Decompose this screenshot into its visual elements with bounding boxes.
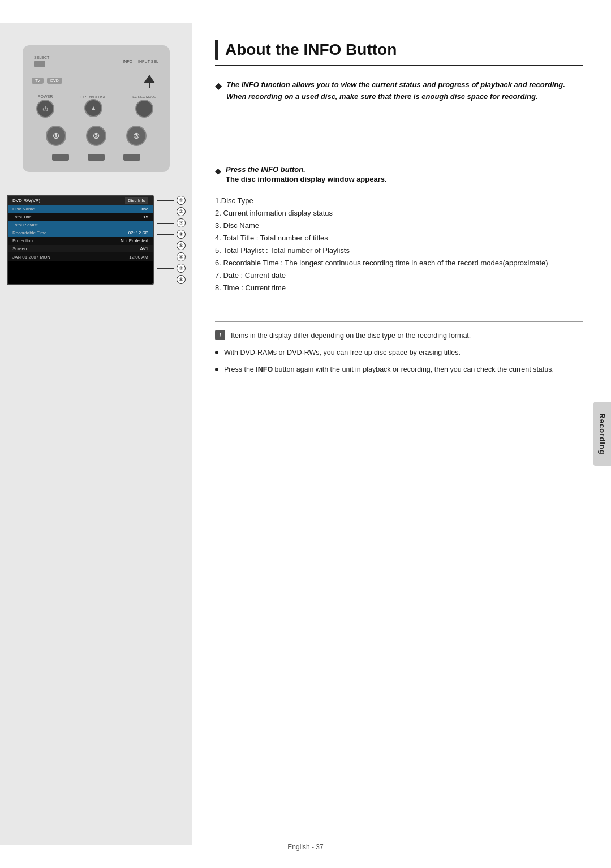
info-label-device: INFO	[123, 59, 132, 63]
total-title-row: Total Title 15	[8, 213, 153, 221]
input-sel-label: INPUT SEL	[138, 59, 158, 63]
list-item-6: 6. Recordable Time : The longest continu…	[215, 257, 583, 269]
press-info-diamond-icon: ◆	[215, 166, 221, 175]
recordable-time-value: 02: 12 SP	[128, 230, 148, 235]
press-info-title: Press the INFO button.	[226, 165, 387, 174]
note-item-1: i Items in the display differ depending …	[215, 330, 583, 341]
recordable-time-label: Recordable Time	[12, 230, 46, 235]
power-button: ⏻	[36, 100, 54, 118]
page-title-container: About the INFO Button	[215, 40, 583, 66]
screen-value: AV1	[140, 246, 148, 251]
list-item-2: 2. Current information display status	[215, 207, 583, 220]
screen-label: Screen	[12, 246, 27, 251]
power-section: POWER ⏻	[36, 94, 54, 118]
tv-dvd-row: TV DVD	[32, 72, 161, 89]
annotation-3: ③	[157, 217, 186, 229]
list-item-1: 1.Disc Type	[215, 195, 583, 207]
right-panel: About the INFO Button ◆ The INFO functio…	[192, 23, 611, 845]
note-text-1: Items in the display differ depending on…	[231, 330, 471, 341]
note-icon: i	[215, 330, 225, 340]
disc-info-screen: DVD-RW(VR) Disc Info Disc Name Disc Tota…	[7, 195, 154, 285]
main-description: The INFO function allows you to view the…	[226, 79, 583, 103]
total-title-value: 15	[143, 214, 148, 220]
svg-marker-0	[144, 75, 155, 83]
footer-date: JAN 01 2007 MON	[12, 255, 50, 260]
page-title: About the INFO Button	[225, 41, 397, 59]
open-close-label: OPEN/CLOSE	[80, 95, 106, 99]
annotation-7: ⑦	[157, 263, 186, 274]
note-text-3: Press the INFO button again with the uni…	[224, 364, 554, 375]
list-item-5: 5. Total Playlist : Total number of Play…	[215, 244, 583, 257]
total-playlist-row: Total Playlist	[8, 221, 153, 229]
press-info-section: ◆ Press the INFO button. The disc inform…	[215, 165, 583, 306]
note-bullet-2	[215, 351, 218, 354]
num2-button: ②	[86, 126, 106, 146]
list-item-7: 7. Date : Current date	[215, 269, 583, 282]
select-btn	[34, 61, 45, 67]
circle-7: ⑦	[177, 264, 186, 273]
disc-info-footer: JAN 01 2007 MON 12:00 AM	[8, 253, 153, 261]
footer-time: 12:00 AM	[129, 255, 148, 260]
total-playlist-label: Total Playlist	[12, 222, 37, 227]
note-item-2: With DVD-RAMs or DVD-RWs, you can free u…	[215, 347, 583, 358]
press-info-header: ◆ Press the INFO button. The disc inform…	[215, 165, 583, 192]
eject-section: OPEN/CLOSE ▲	[80, 95, 106, 117]
protection-value: Not Protected	[121, 238, 148, 243]
circle-8: ⑧	[177, 275, 186, 284]
ezrec-label: EZ REC MODE	[132, 95, 156, 98]
arrow-buttons-row	[32, 152, 161, 163]
annotation-5: ⑤	[157, 240, 186, 251]
device-illustration: SELECT INFO INPUT SEL TV DVD	[23, 45, 170, 172]
circle-2: ②	[177, 207, 186, 216]
recording-tab: Recording	[593, 402, 611, 466]
circle-6: ⑥	[177, 252, 186, 261]
annotation-8: ⑧	[157, 274, 186, 285]
screen-row: Screen AV1	[8, 245, 153, 253]
disc-name-value: Disc	[139, 207, 148, 212]
disc-info-header: DVD-RW(VR) Disc Info	[8, 196, 153, 205]
total-title-label: Total Title	[12, 214, 32, 220]
circle-3: ③	[177, 218, 186, 227]
press-info-subtitle: The disc information display window appe…	[226, 175, 387, 183]
numbered-list: 1.Disc Type 2. Current information displ…	[215, 195, 583, 295]
disc-type-label: DVD-RW(VR)	[12, 198, 40, 203]
list-item-8: 8. Time : Current time	[215, 282, 583, 294]
svg-text:i: i	[220, 332, 221, 338]
bold-info: INFO	[256, 366, 273, 373]
diamond-icon: ◆	[215, 80, 222, 91]
info-arrow-svg	[138, 72, 161, 89]
recordable-time-row: Recordable Time 02: 12 SP	[8, 229, 153, 237]
power-label: POWER	[38, 94, 53, 98]
page-footer: English - 37	[287, 843, 323, 851]
circle-4: ④	[177, 230, 186, 239]
number-buttons-row: ① ② ③	[32, 123, 161, 148]
note-text-2: With DVD-RAMs or DVD-RWs, you can free u…	[224, 347, 461, 358]
tv-button: TV	[32, 78, 44, 84]
eject-button: ▲	[84, 99, 102, 117]
list-item-4: 4. Total Title : Total number of titles	[215, 232, 583, 244]
left-panel: SELECT INFO INPUT SEL TV DVD	[0, 23, 192, 845]
disc-name-row: Disc Name Disc	[8, 205, 153, 213]
annotation-column: ① ② ③ ④	[154, 195, 186, 285]
note-item-3: Press the INFO button again with the uni…	[215, 364, 583, 375]
ezrec-section: EZ REC MODE	[132, 95, 156, 118]
note-icon-svg: i	[216, 331, 224, 339]
annotation-4: ④	[157, 229, 186, 240]
select-label: SELECT	[34, 55, 49, 59]
num1-button: ①	[46, 126, 66, 146]
disc-info-screen-wrap: DVD-RW(VR) Disc Info Disc Name Disc Tota…	[7, 195, 186, 285]
disc-name-label: Disc Name	[12, 207, 35, 212]
disc-info-label: Disc Info	[125, 197, 148, 204]
ezrec-button	[135, 100, 153, 118]
protection-row: Protection Not Protected	[8, 237, 153, 245]
title-accent-bar	[215, 40, 218, 60]
circle-5: ⑤	[177, 241, 186, 250]
note-bullet-3	[215, 368, 218, 371]
main-description-block: ◆ The INFO function allows you to view t…	[215, 79, 583, 137]
annotation-2: ②	[157, 206, 186, 217]
protection-label: Protection	[12, 238, 33, 243]
dvd-button: DVD	[47, 78, 62, 84]
num3-button: ③	[126, 126, 147, 146]
circle-1: ①	[177, 196, 186, 205]
annotation-6: ⑥	[157, 251, 186, 263]
